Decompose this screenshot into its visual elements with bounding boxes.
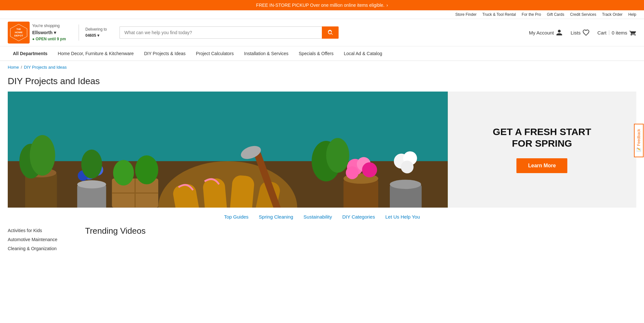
svg-point-42 xyxy=(135,155,158,184)
breadcrumb: Home / DIY Projects and Ideas xyxy=(0,61,644,73)
svg-point-32 xyxy=(401,161,414,173)
page-title: DIY Projects and Ideas xyxy=(0,73,644,92)
hero-headline: GET A FRESH START FOR SPRING xyxy=(493,126,591,149)
store-info: You're shopping Ellsworth ▾ ● OPEN until… xyxy=(32,23,66,43)
person-icon xyxy=(556,29,563,36)
sub-nav-spring-cleaning[interactable]: Spring Cleaning xyxy=(259,214,293,220)
utility-nav-store-finder[interactable]: Store Finder xyxy=(455,12,476,17)
store-name[interactable]: Ellsworth ▾ xyxy=(32,29,66,36)
main-nav: All Departments Home Decor, Furniture & … xyxy=(0,46,644,61)
svg-point-10 xyxy=(30,135,55,176)
nav-diy-projects[interactable]: DIY Projects & Ideas xyxy=(139,46,191,61)
sub-nav: Top Guides Spring Cleaning Sustainabilit… xyxy=(0,208,644,223)
hero-image xyxy=(8,92,448,208)
sub-nav-diy-categories[interactable]: DIY Categories xyxy=(342,214,375,220)
lists-link[interactable]: Lists xyxy=(571,29,590,36)
store-dropdown-icon: ▾ xyxy=(54,29,56,36)
cart-link[interactable]: Cart | 0 items xyxy=(597,29,636,36)
nav-all-departments[interactable]: All Departments xyxy=(8,46,53,61)
banner-text: FREE IN-STORE PICKUP Over one million on… xyxy=(256,3,385,8)
banner-arrow: › xyxy=(386,3,388,8)
top-banner[interactable]: FREE IN-STORE PICKUP Over one million on… xyxy=(0,0,644,10)
zip-code[interactable]: 04605 ▾ xyxy=(85,33,114,39)
utility-nav-help[interactable]: Help xyxy=(628,12,636,17)
sub-nav-let-us-help[interactable]: Let Us Help You xyxy=(385,214,420,220)
category-item[interactable]: Automotive Maintenance xyxy=(8,235,72,244)
svg-text:THE: THE xyxy=(16,28,21,30)
svg-point-41 xyxy=(113,160,134,185)
hero-section: GET A FRESH START FOR SPRING Learn More xyxy=(8,92,636,208)
category-item[interactable]: Cleaning & Organization xyxy=(8,244,72,253)
sub-nav-sustainability[interactable]: Sustainability xyxy=(303,214,332,220)
feedback-label: Feedback xyxy=(637,129,641,146)
search-input[interactable] xyxy=(120,26,322,39)
home-depot-logo[interactable]: THE HOME DEPOT xyxy=(8,22,30,44)
feedback-icon: 📝 xyxy=(637,147,641,152)
trending-title: Trending Videos xyxy=(85,226,636,239)
svg-point-29 xyxy=(346,166,359,179)
delivery-info: Delivering to 04605 ▾ xyxy=(85,26,114,39)
svg-point-28 xyxy=(362,162,377,178)
utility-nav-credit-services[interactable]: Credit Services xyxy=(570,12,596,17)
svg-point-12 xyxy=(77,180,106,188)
nav-local-ad[interactable]: Local Ad & Catalog xyxy=(339,46,387,61)
hero-right-panel: GET A FRESH START FOR SPRING Learn More xyxy=(448,92,636,208)
breadcrumb-home[interactable]: Home xyxy=(8,65,19,70)
zip-dropdown-icon: ▾ xyxy=(97,33,99,39)
breadcrumb-separator: / xyxy=(21,65,22,70)
category-item[interactable]: Activities for Kids xyxy=(8,226,72,235)
deliver-label: Delivering to xyxy=(85,26,114,33)
search-button[interactable] xyxy=(322,26,339,39)
search-icon xyxy=(327,29,333,36)
search-container xyxy=(120,26,339,39)
utility-nav-for-the-pro[interactable]: For the Pro xyxy=(522,12,541,17)
cart-icon xyxy=(629,29,636,36)
utility-nav-truck-tool[interactable]: Truck & Tool Rental xyxy=(482,12,516,17)
svg-point-34 xyxy=(390,180,421,189)
svg-text:HOME: HOME xyxy=(15,31,23,34)
nav-installation-services[interactable]: Installation & Services xyxy=(239,46,294,61)
svg-point-36 xyxy=(326,138,349,173)
header-divider xyxy=(79,24,79,41)
category-list: Activities for Kids Automotive Maintenan… xyxy=(8,226,72,253)
svg-text:DEPOT: DEPOT xyxy=(14,34,23,37)
main-header: THE HOME DEPOT You're shopping Ellsworth… xyxy=(0,19,644,46)
nav-specials-offers[interactable]: Specials & Offers xyxy=(293,46,339,61)
category-section: Activities for Kids Automotive Maintenan… xyxy=(0,223,644,256)
my-account-link[interactable]: My Account xyxy=(529,29,563,36)
nav-home-decor[interactable]: Home Decor, Furniture & Kitchenware xyxy=(53,46,139,61)
feedback-tab[interactable]: 📝 Feedback xyxy=(634,124,644,157)
cart-divider: | xyxy=(608,30,610,35)
sub-nav-top-guides[interactable]: Top Guides xyxy=(224,214,248,220)
header-actions: My Account Lists Cart | 0 items xyxy=(529,29,636,36)
svg-rect-5 xyxy=(8,92,448,161)
utility-nav-track-order[interactable]: Track Order xyxy=(602,12,623,17)
utility-nav: Store Finder Truck & Tool Rental For the… xyxy=(0,10,644,19)
learn-more-button[interactable]: Learn More xyxy=(516,158,567,173)
heart-icon xyxy=(582,29,590,36)
open-status: ● OPEN until 9 pm xyxy=(32,36,66,42)
shopping-label: You're shopping xyxy=(32,23,66,29)
utility-nav-gift-cards[interactable]: Gift Cards xyxy=(547,12,564,17)
nav-project-calculators[interactable]: Project Calculators xyxy=(191,46,239,61)
svg-point-16 xyxy=(81,150,102,179)
trending-section: Trending Videos xyxy=(85,226,636,253)
logo-area: THE HOME DEPOT You're shopping Ellsworth… xyxy=(8,22,72,44)
cart-count: 0 items xyxy=(612,30,627,35)
breadcrumb-current: DIY Projects and Ideas xyxy=(24,65,67,70)
